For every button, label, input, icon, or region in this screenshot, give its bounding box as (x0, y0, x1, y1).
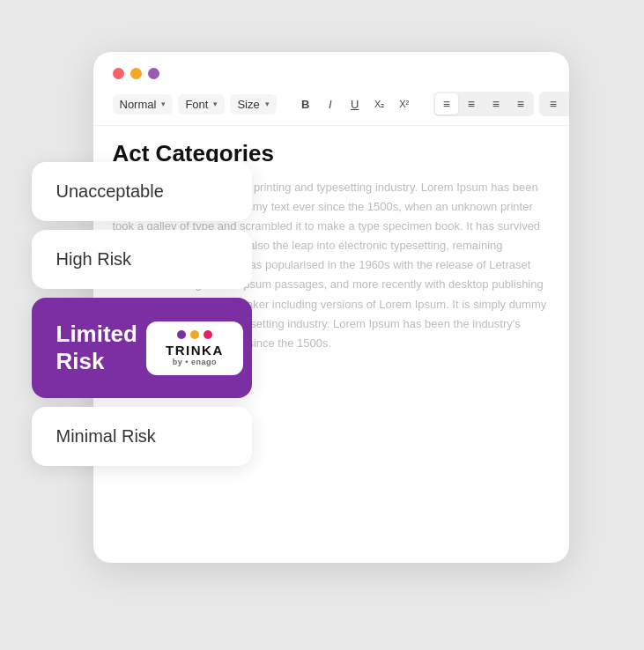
trinka-sub: by • enago (173, 358, 217, 366)
minimal-risk-label: Minimal Risk (56, 426, 156, 446)
category-unacceptable[interactable]: Unacceptable (32, 162, 252, 221)
trinka-badge: TRINKA by • enago (146, 321, 243, 375)
align-group: ≡ ≡ ≡ ≡ (433, 92, 534, 116)
align-right-button[interactable]: ≡ (485, 93, 507, 114)
trinka-dot-yellow (190, 330, 199, 339)
align-justify-button[interactable]: ≡ (509, 93, 532, 114)
bold-button[interactable]: B (294, 92, 317, 115)
traffic-lights (93, 52, 569, 88)
trinka-dot-purple (177, 330, 186, 339)
trinka-name: TRINKA (166, 343, 224, 358)
style-dropdown[interactable]: Normal ▾ (113, 94, 174, 114)
italic-button[interactable]: I (319, 92, 342, 115)
category-high-risk[interactable]: High Risk (32, 230, 252, 289)
high-risk-label: High Risk (56, 249, 132, 269)
trinka-dot-pink (204, 330, 212, 339)
underline-button[interactable]: U (344, 92, 366, 115)
unordered-list-button[interactable]: ≡ (541, 93, 566, 114)
maximize-dot (148, 68, 159, 79)
categories-panel: Unacceptable High Risk Limited Risk TRIN… (32, 162, 252, 475)
font-dropdown[interactable]: Font ▾ (178, 94, 225, 114)
limited-risk-label: Limited Risk (56, 321, 137, 375)
list-group: ≡ ≡ (539, 92, 569, 116)
ordered-list-button[interactable]: ≡ (567, 93, 569, 114)
size-chevron-icon: ▾ (265, 100, 270, 108)
size-dropdown[interactable]: Size ▾ (230, 94, 276, 114)
trinka-dots (177, 330, 212, 339)
category-minimal-risk[interactable]: Minimal Risk (32, 407, 252, 466)
align-center-button[interactable]: ≡ (460, 93, 483, 114)
font-label: Font (185, 98, 208, 111)
category-limited-risk[interactable]: Limited Risk TRINKA by • enago (32, 298, 252, 398)
style-chevron-icon: ▾ (161, 100, 166, 108)
minimize-dot (130, 68, 142, 79)
size-label: Size (237, 98, 259, 111)
superscript-button[interactable]: X² (393, 92, 416, 115)
font-chevron-icon: ▾ (213, 100, 218, 108)
main-scene: Normal ▾ Font ▾ Size ▾ B I U X₂ X² ≡ (32, 26, 613, 624)
format-group: B I U X₂ X² (294, 92, 416, 115)
unacceptable-label: Unacceptable (56, 181, 164, 201)
subscript-button[interactable]: X₂ (368, 92, 391, 115)
style-label: Normal (120, 98, 157, 111)
editor-toolbar: Normal ▾ Font ▾ Size ▾ B I U X₂ X² ≡ (93, 88, 569, 126)
close-dot (113, 68, 124, 79)
align-left-button[interactable]: ≡ (435, 93, 458, 114)
